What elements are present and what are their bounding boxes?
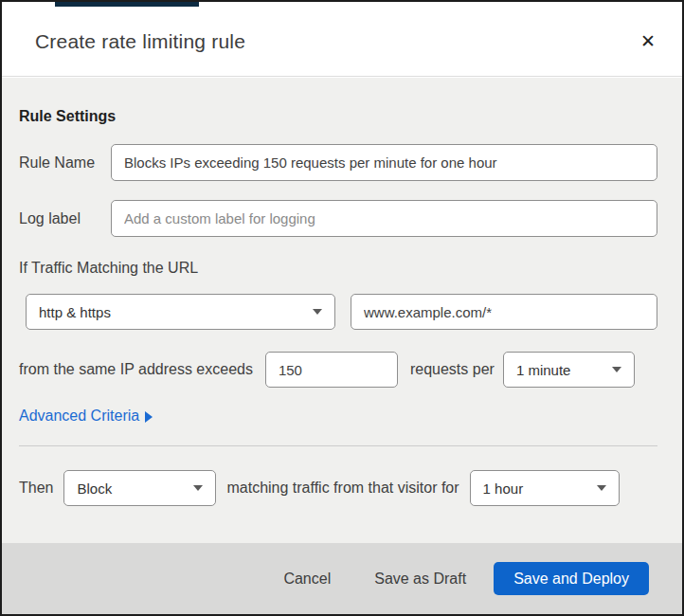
chevron-down-icon	[193, 485, 203, 491]
duration-select-value: 1 hour	[483, 480, 524, 497]
threshold-middle-text: requests per	[410, 361, 495, 378]
traffic-match-heading: If Traffic Matching the URL	[19, 260, 657, 277]
action-row: Then Block matching traffic from that vi…	[19, 470, 657, 506]
rule-settings-heading: Rule Settings	[19, 108, 657, 125]
action-select-value: Block	[77, 480, 112, 497]
log-label-row: Log label	[19, 200, 657, 237]
save-as-draft-button[interactable]: Save as Draft	[374, 571, 466, 588]
period-select[interactable]: 1 minute	[503, 352, 635, 388]
modal-header: Create rate limiting rule ✕	[2, 7, 682, 77]
chevron-down-icon	[313, 309, 322, 315]
scheme-select-value: http & https	[39, 304, 111, 320]
request-count-input[interactable]	[265, 352, 398, 388]
rule-name-label: Rule Name	[19, 154, 111, 172]
traffic-match-row: http & https	[26, 294, 657, 330]
dialog-frame: Create rate limiting rule ✕ Rule Setting…	[0, 0, 684, 616]
advanced-criteria-label: Advanced Criteria	[19, 408, 139, 425]
scheme-select[interactable]: http & https	[26, 294, 335, 330]
cancel-button[interactable]: Cancel	[283, 571, 331, 588]
duration-select[interactable]: 1 hour	[470, 470, 620, 506]
threshold-prefix-text: from the same IP address exceeds	[19, 361, 253, 378]
expand-right-icon	[145, 411, 153, 423]
action-prefix-text: Then	[19, 480, 53, 497]
advanced-criteria-link[interactable]: Advanced Criteria	[19, 408, 153, 425]
save-and-deploy-button[interactable]: Save and Deploy	[494, 562, 649, 595]
chevron-down-icon	[597, 485, 606, 491]
rule-name-row: Rule Name	[19, 144, 657, 181]
rule-name-input[interactable]	[111, 144, 657, 181]
log-label-label: Log label	[19, 210, 111, 227]
modal-footer: Cancel Save as Draft Save and Deploy	[2, 543, 682, 614]
modal-title: Create rate limiting rule	[35, 30, 245, 53]
close-icon[interactable]: ✕	[639, 30, 657, 52]
action-middle-text: matching traffic from that visitor for	[226, 480, 459, 497]
chevron-down-icon	[612, 367, 621, 372]
log-label-input[interactable]	[111, 200, 657, 237]
action-select[interactable]: Block	[63, 470, 216, 506]
url-pattern-input[interactable]	[351, 294, 657, 330]
period-select-value: 1 minute	[516, 362, 571, 378]
modal-body: Rule Settings Rule Name Log label If Tra…	[2, 78, 682, 543]
threshold-row: from the same IP address exceeds request…	[19, 352, 657, 388]
section-divider	[19, 445, 657, 446]
